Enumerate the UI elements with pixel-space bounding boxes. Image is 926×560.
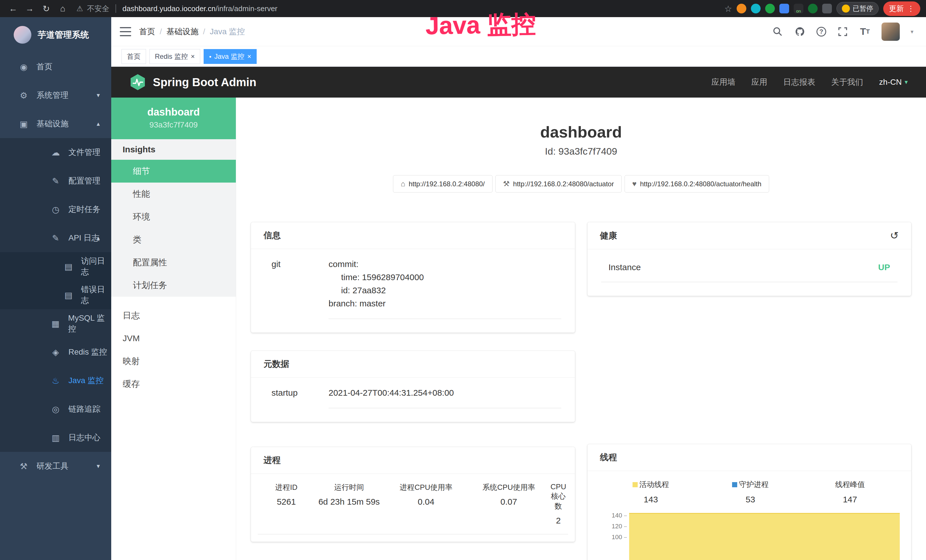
sba-nav-about[interactable]: 关于我们 [831, 77, 863, 88]
close-icon[interactable]: × [247, 53, 251, 61]
tab-redis-monitor[interactable]: Redis 监控 × [150, 49, 200, 64]
instance-header[interactable]: dashboard 93a3fc7f7409 [111, 98, 236, 139]
forward-icon[interactable]: → [22, 4, 37, 14]
breadcrumb-home[interactable]: 首页 [139, 26, 155, 37]
sidebar-item-home[interactable]: ◉ 首页 [0, 53, 111, 81]
service-url-button[interactable]: ⌂ http://192.168.0.2:48080/ [393, 175, 493, 192]
search-icon[interactable] [772, 26, 784, 37]
home-icon[interactable]: ⌂ [55, 4, 70, 14]
breadcrumb-infrastructure[interactable]: 基础设施 [166, 26, 198, 37]
hamburger-icon[interactable] [120, 27, 131, 36]
fullscreen-icon[interactable] [837, 26, 849, 37]
sba-nav-journal[interactable]: 日志报表 [784, 77, 816, 88]
sidebar-item-redis-monitor[interactable]: ◈ Redis 监控 [0, 338, 111, 366]
sba-item-caches[interactable]: 缓存 [111, 372, 236, 395]
sba-logo-icon [130, 74, 146, 91]
sidebar-item-infrastructure[interactable]: ▣ 基础设施 ▴ [0, 109, 111, 138]
sidebar-item-label: 文件管理 [68, 147, 100, 158]
legend-value: 147 [800, 495, 900, 504]
tab-label: Java 监控 [215, 52, 244, 61]
sba-locale-select[interactable]: zh-CN ▾ [879, 77, 908, 87]
cloud-icon: ☁ [50, 147, 61, 157]
extension-icon[interactable] [822, 4, 832, 14]
page-subtitle: Id: 93a3fc7f7409 [236, 146, 926, 157]
extension-icon[interactable] [779, 4, 789, 14]
sidebar-item-error-logs[interactable]: ▤ 错误日志 [0, 281, 111, 309]
monitor-icon: ▣ [18, 119, 29, 129]
sidebar-item-java-monitor[interactable]: ♨ Java 监控 [0, 366, 111, 395]
reload-icon[interactable]: ↻ [39, 4, 54, 14]
sba-nav-applications[interactable]: 应用 [752, 77, 767, 88]
url-path: /infra/admin-server [216, 4, 277, 13]
sidebar-item-dev-tools[interactable]: ⚒ 研发工具 ▾ [0, 452, 111, 480]
actuator-url-button[interactable]: ⚒ http://192.168.0.2:48080/actuator [495, 175, 622, 192]
app-logo[interactable]: 芋道管理系统 [0, 17, 111, 53]
chart-plot-area [629, 510, 900, 560]
sba-item-logs[interactable]: 日志 [111, 304, 236, 327]
back-icon[interactable]: ← [6, 4, 21, 14]
update-label: 更新 [889, 4, 904, 14]
extension-icon[interactable] [808, 4, 818, 14]
sba-brand[interactable]: Spring Boot Admin [130, 74, 256, 91]
tab-java-monitor[interactable]: ● Java 监控 × [204, 49, 257, 64]
sba-nav-wallboard[interactable]: 应用墙 [711, 77, 735, 88]
health-icon: ♥ [632, 179, 637, 188]
extension-icon[interactable] [751, 4, 761, 14]
sidebar-item-label: 首页 [36, 61, 53, 72]
y-tick: 100 [601, 532, 627, 543]
metadata-card: 元数据 startup 2021-04-27T00:44:31.254+08:0… [251, 351, 575, 422]
sidebar-item-system-mgmt[interactable]: ⚙ 系统管理 ▾ [0, 81, 111, 109]
sba-item-jvm[interactable]: JVM [111, 327, 236, 350]
threads-chart: 140 120 100 [601, 510, 900, 560]
process-col-label: 运行时间 [315, 483, 383, 492]
info-line: branch: master [328, 297, 561, 310]
insights-group-label[interactable]: Insights [111, 139, 236, 160]
extension-icon[interactable] [765, 4, 775, 14]
log-icon: ✎ [50, 233, 61, 243]
chevron-down-icon: ▾ [905, 79, 908, 86]
process-col-label: 系统CPU使用率 [469, 483, 549, 492]
sidebar-item-tracing[interactable]: ◎ 链路追踪 [0, 395, 111, 423]
extension-icon[interactable] [737, 4, 746, 14]
user-avatar[interactable] [882, 23, 900, 41]
bookmark-star-icon[interactable]: ☆ [724, 4, 732, 14]
sidebar-item-label: 错误日志 [81, 284, 111, 306]
github-icon[interactable] [794, 26, 806, 37]
sba-item-classes[interactable]: 类 [111, 228, 236, 251]
paused-badge[interactable]: 已暂停 [837, 2, 879, 15]
address-bar[interactable]: ⚠ 不安全 dashboard.yudao.iocoder.cn/infra/a… [76, 4, 723, 14]
chrome-toolbar: ☆ on 已暂停 更新⋮ [724, 2, 920, 16]
process-col-label: 进程ID [258, 483, 315, 492]
sba-main: dashboard Id: 93a3fc7f7409 ⌂ http://192.… [236, 98, 926, 560]
sidebar-item-file-mgmt[interactable]: ☁ 文件管理 [0, 138, 111, 166]
sidebar-item-access-logs[interactable]: ▤ 访问日志 [0, 252, 111, 281]
health-url-button[interactable]: ♥ http://192.168.0.2:48080/actuator/heal… [625, 175, 769, 192]
process-col-value: 0.07 [469, 497, 549, 507]
security-label[interactable]: 不安全 [87, 4, 109, 14]
help-icon[interactable]: ? [817, 27, 826, 36]
sidebar-item-label: MySQL 监控 [68, 313, 111, 334]
info-line: id: 27aa832 [328, 284, 561, 297]
info-card-title: 信息 [263, 230, 281, 241]
sba-item-scheduled-tasks[interactable]: 计划任务 [111, 274, 236, 297]
caret-down-icon[interactable]: ▾ [911, 28, 914, 35]
sidebar-item-scheduled-jobs[interactable]: ◷ 定时任务 [0, 195, 111, 224]
font-size-icon[interactable]: TT [859, 26, 871, 37]
update-button[interactable]: 更新⋮ [883, 2, 920, 16]
sidebar-item-mysql-monitor[interactable]: ▦ MySQL 监控 [0, 309, 111, 338]
sba-item-metrics[interactable]: 性能 [111, 183, 236, 206]
extension-on-badge[interactable]: on [794, 4, 803, 14]
sba-item-mappings[interactable]: 映射 [111, 350, 236, 372]
chevron-up-icon: ▴ [97, 120, 100, 127]
sba-item-config-props[interactable]: 配置属性 [111, 251, 236, 274]
legend-label: 守护进程 [739, 480, 769, 490]
history-icon[interactable]: ↺ [890, 230, 899, 242]
sba-item-details[interactable]: 细节 [111, 160, 236, 183]
sidebar-item-log-center[interactable]: ▥ 日志中心 [0, 423, 111, 452]
tab-home[interactable]: 首页 [121, 49, 146, 64]
sidebar-item-api-logs[interactable]: ✎ API 日志 ▴ [0, 224, 111, 252]
chevron-down-icon: ▾ [97, 462, 100, 470]
sidebar-item-config-mgmt[interactable]: ✎ 配置管理 [0, 166, 111, 195]
close-icon[interactable]: × [191, 53, 195, 61]
sba-item-environment[interactable]: 环境 [111, 206, 236, 228]
